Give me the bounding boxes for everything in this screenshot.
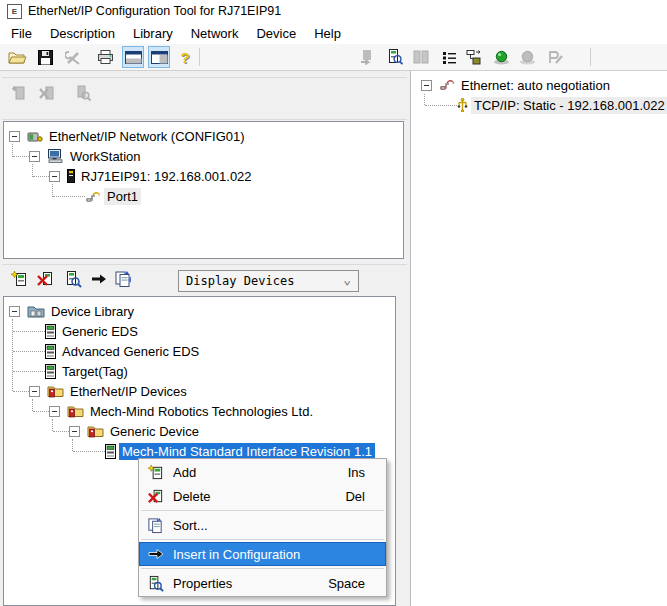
menu-library[interactable]: Library	[124, 24, 182, 43]
collapse-toggle-icon[interactable]	[49, 171, 60, 182]
tree-connector	[13, 371, 45, 372]
list-view-toolbar-button[interactable]	[438, 46, 460, 68]
network-diagram-toolbar-button[interactable]	[462, 46, 484, 68]
menu-item-label: Insert in Configuration	[173, 547, 300, 562]
help-button[interactable]: ?	[174, 46, 196, 68]
menu-item-label: Add	[173, 465, 196, 480]
delete-device-button[interactable]	[34, 268, 56, 290]
context-menu-properties[interactable]: Properties Space	[139, 571, 386, 595]
menu-file[interactable]: File	[2, 24, 41, 43]
divider	[2, 264, 407, 265]
layout-right-button[interactable]	[148, 46, 170, 68]
menu-network[interactable]: Network	[182, 24, 248, 43]
add-device-button[interactable]	[8, 268, 30, 290]
add-device-disabled-icon	[10, 84, 28, 102]
tree-node-port1[interactable]: Port1	[5, 186, 402, 206]
context-menu-add[interactable]: Add Ins	[139, 460, 386, 484]
context-menu-insert-in-configuration[interactable]: Insert in Configuration	[139, 542, 386, 566]
layout-left-button[interactable]	[122, 46, 144, 68]
device-properties-button[interactable]	[62, 268, 84, 290]
context-menu-sort[interactable]: Sort...	[139, 513, 386, 537]
diagnostics-disabled-icon	[547, 50, 563, 65]
menu-item-label: Properties	[173, 576, 232, 591]
tree-node-label: EtherNet/IP Devices	[67, 383, 190, 400]
tree-node-label: Mech-Mind Robotics Technologies Ltd.	[87, 403, 316, 420]
tcpip-icon	[457, 98, 468, 112]
tree-connector	[73, 451, 105, 452]
tree-node-mech-mind-robotics[interactable]: Mech-Mind Robotics Technologies Ltd.	[5, 401, 394, 421]
app-window: E EtherNet/IP Configuration Tool for RJ7…	[0, 0, 667, 606]
tree-node-ethernet-ip-network[interactable]: EtherNet/IP Network (CONFIG01)	[5, 126, 402, 146]
window-title: EtherNet/IP Configuration Tool for RJ71E…	[28, 4, 281, 18]
window-layout-right-icon	[151, 51, 168, 64]
insert-in-configuration-button[interactable]	[88, 268, 110, 290]
collapse-toggle-icon[interactable]	[9, 131, 20, 142]
toolbar-separator	[590, 48, 591, 66]
context-menu-delete[interactable]: Delete Del	[139, 484, 386, 508]
open-file-button[interactable]	[6, 46, 28, 68]
open-folder-icon	[8, 50, 27, 64]
menu-item-label: Delete	[173, 489, 211, 504]
tree-node-generic-eds[interactable]: Generic EDS	[5, 321, 394, 341]
collapse-toggle-icon[interactable]	[29, 151, 40, 162]
tree-node-label: Device Library	[48, 303, 137, 320]
collapse-toggle-icon[interactable]	[49, 406, 60, 417]
divider	[2, 119, 407, 120]
tree-node-ethernet-auto-negotiation[interactable]: Ethernet: auto negotiation	[412, 75, 666, 95]
eds-device-icon	[45, 324, 56, 339]
collapse-toggle-icon[interactable]	[421, 80, 432, 91]
eds-device-icon	[105, 444, 116, 459]
tree-node-advanced-generic-eds[interactable]: Advanced Generic EDS	[5, 341, 394, 361]
device-properties-icon	[64, 270, 82, 288]
context-menu: Add Ins Delete Del Sort... Insert in Con…	[138, 458, 387, 597]
collapse-toggle-icon[interactable]	[69, 426, 80, 437]
tree-node-device-library[interactable]: Device Library	[5, 301, 394, 321]
tree-node-workstation[interactable]: WorkStation	[5, 146, 402, 166]
port-icon	[85, 190, 101, 203]
window-layout-left-icon	[125, 51, 142, 64]
menu-separator	[141, 568, 384, 569]
print-button[interactable]	[94, 46, 116, 68]
printer-icon	[97, 50, 114, 64]
offline-globe-disabled-icon	[519, 50, 536, 65]
network-tree-panel: EtherNet/IP Network (CONFIG01) WorkStati…	[3, 121, 404, 259]
menu-device[interactable]: Device	[247, 24, 305, 43]
module-icon	[67, 169, 75, 183]
insert-arrow-icon	[146, 548, 165, 560]
menu-description[interactable]: Description	[41, 24, 124, 43]
tree-node-label: Generic EDS	[59, 323, 141, 340]
tree-node-generic-device[interactable]: Generic Device	[5, 421, 394, 441]
tree-connector	[425, 105, 457, 106]
network-toolbar	[10, 84, 92, 102]
display-filter-dropdown[interactable]: Display Devices ⌄	[178, 270, 359, 292]
tree-connector	[33, 176, 49, 177]
device-properties-toolbar-button[interactable]	[384, 46, 406, 68]
tree-node-rj71eip91[interactable]: RJ71EIP91: 192.168.001.022	[5, 166, 402, 186]
title-bar: E EtherNet/IP Configuration Tool for RJ7…	[0, 0, 667, 22]
tree-node-target-tag[interactable]: Target(Tag)	[5, 361, 394, 381]
save-button[interactable]	[34, 46, 56, 68]
tree-node-tcpip-static[interactable]: TCP/IP: Static - 192.168.001.022	[412, 95, 666, 115]
sort-icon	[146, 517, 165, 534]
insert-config-disabled-icon	[359, 49, 375, 65]
tree-node-label: Advanced Generic EDS	[59, 343, 202, 360]
tree-node-label: Target(Tag)	[59, 363, 131, 380]
menu-help[interactable]: Help	[305, 24, 350, 43]
main-toolbar: ?	[0, 44, 667, 71]
device-folder-icon	[67, 404, 84, 418]
tree-node-ethernet-ip-devices[interactable]: EtherNet/IP Devices	[5, 381, 394, 401]
device-folder-icon	[87, 424, 104, 438]
diagnostics-toolbar-button	[544, 46, 566, 68]
tree-connector	[13, 331, 45, 332]
collapse-toggle-icon[interactable]	[9, 306, 20, 317]
tree-connector	[13, 391, 29, 392]
tree-node-label: TCP/IP: Static - 192.168.001.022	[471, 97, 667, 114]
menu-item-shortcut: Ins	[348, 465, 365, 480]
sort-button[interactable]	[112, 268, 134, 290]
device-properties-icon	[146, 575, 165, 592]
tree-connector	[33, 411, 49, 412]
menu-item-shortcut: Del	[345, 489, 365, 504]
collapse-toggle-icon[interactable]	[29, 386, 40, 397]
chevron-down-icon: ⌄	[343, 272, 351, 287]
go-online-toolbar-button[interactable]	[490, 46, 512, 68]
